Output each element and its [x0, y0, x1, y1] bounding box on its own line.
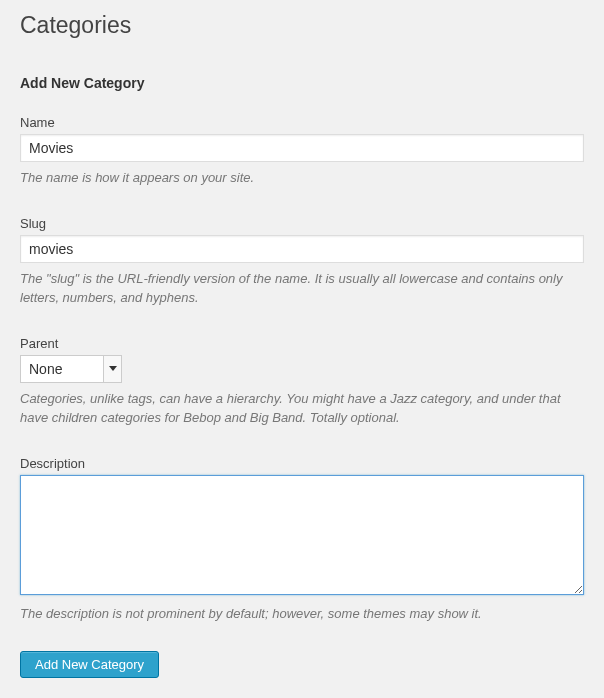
name-field-group: Name The name is how it appears on your … [20, 115, 584, 188]
name-help: The name is how it appears on your site. [20, 168, 584, 188]
parent-select-wrapper: None [20, 355, 122, 383]
parent-select[interactable]: None [21, 356, 121, 382]
slug-label: Slug [20, 216, 584, 231]
slug-field-group: Slug The "slug" is the URL-friendly vers… [20, 216, 584, 308]
slug-help: The "slug" is the URL-friendly version o… [20, 269, 584, 308]
description-textarea[interactable] [20, 475, 584, 595]
page-title: Categories [20, 12, 584, 39]
parent-field-group: Parent None Categories, unlike tags, can… [20, 336, 584, 428]
name-label: Name [20, 115, 584, 130]
parent-help: Categories, unlike tags, can have a hier… [20, 389, 584, 428]
description-label: Description [20, 456, 584, 471]
parent-label: Parent [20, 336, 584, 351]
description-field-group: Description The description is not promi… [20, 456, 584, 624]
add-category-button[interactable]: Add New Category [20, 651, 159, 678]
description-help: The description is not prominent by defa… [20, 604, 584, 624]
name-input[interactable] [20, 134, 584, 162]
section-heading: Add New Category [20, 75, 584, 91]
slug-input[interactable] [20, 235, 584, 263]
